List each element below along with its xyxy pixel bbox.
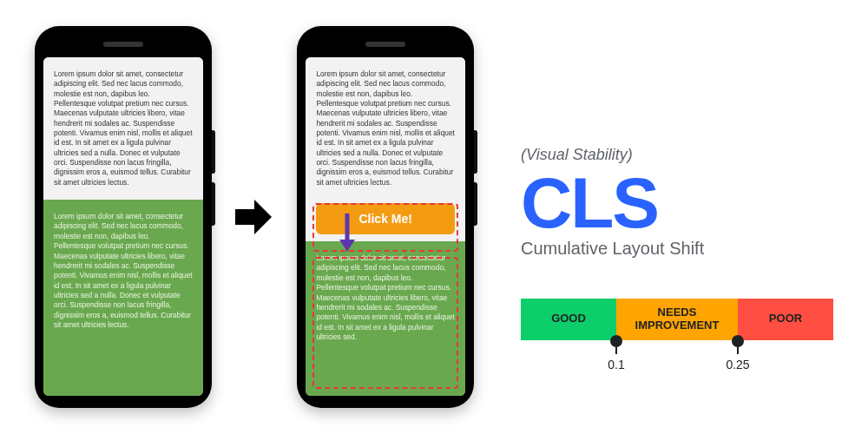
before-paragraph-2: Lorem ipsum dolor sit amet, consectetur … bbox=[43, 200, 203, 396]
threshold-value-1: 0.1 bbox=[608, 358, 624, 371]
phone-before-screen: Lorem ipsum dolor sit amet, consectetur … bbox=[43, 57, 203, 396]
metric-subtitle: (Visual Stability) bbox=[521, 146, 833, 164]
scale-needs-improvement: NEEDS IMPROVEMENT bbox=[616, 299, 738, 340]
metric-panel: (Visual Stability) CLS Cumulative Layout… bbox=[495, 94, 833, 340]
scale-good: GOOD bbox=[521, 299, 616, 340]
phone-after-screen: Lorem ipsum dolor sit amet, consectetur … bbox=[306, 57, 465, 396]
metric-abbr: CLS bbox=[521, 169, 833, 237]
shift-region-before-icon bbox=[312, 203, 458, 252]
scale-poor: POOR bbox=[738, 299, 833, 340]
metric-fullname: Cumulative Layout Shift bbox=[521, 239, 833, 259]
before-paragraph-1: Lorem ipsum dolor sit amet, consectetur … bbox=[43, 57, 203, 200]
threshold-value-2: 0.25 bbox=[726, 358, 749, 371]
diagram-stage: Lorem ipsum dolor sit amet, consectetur … bbox=[0, 0, 868, 434]
phone-before: Lorem ipsum dolor sit amet, consectetur … bbox=[35, 26, 212, 408]
threshold-marker-2-icon bbox=[732, 335, 744, 347]
phone-after: Lorem ipsum dolor sit amet, consectetur … bbox=[297, 26, 474, 408]
after-paragraph-1: Lorem ipsum dolor sit amet, consectetur … bbox=[306, 57, 465, 194]
shift-region-after-icon bbox=[312, 257, 458, 389]
cls-threshold-scale: GOOD NEEDS IMPROVEMENT POOR 0.1 0.25 bbox=[521, 299, 833, 340]
threshold-marker-1-icon bbox=[610, 335, 622, 347]
